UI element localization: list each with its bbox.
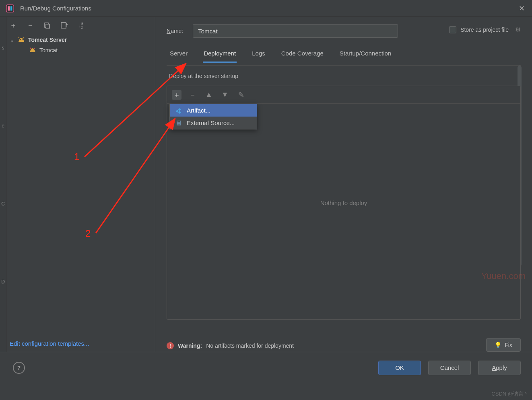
gutter-letter: D bbox=[1, 279, 5, 285]
right-panel: Name: Store as project file ⚙ Server Dep… bbox=[155, 17, 532, 352]
remove-config-button[interactable]: － bbox=[26, 21, 35, 30]
apply-button[interactable]: Apply bbox=[478, 361, 521, 375]
warning-label: Warning: bbox=[178, 343, 202, 349]
name-input[interactable] bbox=[193, 24, 398, 38]
fix-label: Fix bbox=[505, 342, 512, 348]
popup-item-label: Artifact... bbox=[187, 107, 210, 114]
svg-rect-2 bbox=[10, 6, 12, 10]
left-panel: s e C D ＋ － ↓az ⌄ bbox=[0, 17, 155, 352]
watermark: CSDN @讷言丶 bbox=[491, 390, 529, 398]
tree-item-tomcat[interactable]: Tomcat bbox=[29, 45, 155, 55]
tomcat-icon bbox=[18, 36, 25, 43]
deploy-box: ＋ － ▲ ▼ ✎ Artifact... bbox=[167, 86, 521, 320]
chevron-down-icon: ⌄ bbox=[10, 37, 14, 43]
add-config-button[interactable]: ＋ bbox=[9, 21, 18, 30]
left-gutter: s e C D bbox=[0, 17, 6, 352]
popup-item-artifact[interactable]: Artifact... bbox=[170, 104, 257, 117]
tab-code-coverage[interactable]: Code Coverage bbox=[280, 47, 324, 63]
gutter-letter: C bbox=[1, 201, 5, 207]
edit-templates-link[interactable]: Edit configuration templates... bbox=[10, 340, 89, 347]
deploy-edit-button[interactable]: ✎ bbox=[236, 90, 246, 100]
tree-item-label: Tomcat bbox=[39, 47, 58, 53]
gear-icon[interactable]: ⚙ bbox=[515, 26, 521, 33]
popup-item-label: External Source... bbox=[187, 119, 235, 126]
tabs: Server Deployment Logs Code Coverage Sta… bbox=[167, 45, 521, 63]
tab-logs[interactable]: Logs bbox=[251, 47, 266, 63]
store-label: Store as project file bbox=[460, 27, 509, 33]
ok-button[interactable]: OK bbox=[378, 361, 421, 375]
config-tree: ⌄ Tomcat Server Tomcat bbox=[0, 34, 155, 55]
deploy-toolbar: ＋ － ▲ ▼ ✎ bbox=[167, 86, 520, 104]
svg-point-7 bbox=[22, 39, 23, 40]
lightbulb-icon: 💡 bbox=[495, 342, 501, 348]
warning-row: ! Warning: No artifacts marked for deplo… bbox=[167, 342, 294, 349]
tab-content: Deploy at the server startup ＋ － ▲ ▼ ✎ bbox=[167, 65, 521, 320]
svg-rect-4 bbox=[46, 24, 49, 29]
svg-rect-12 bbox=[177, 121, 180, 122]
deploy-empty-text: Nothing to deploy bbox=[167, 199, 520, 206]
svg-rect-14 bbox=[177, 124, 180, 125]
window-title: Run/Debug Configurations bbox=[20, 5, 517, 12]
name-label: Name: bbox=[167, 28, 183, 34]
tree-group-label: Tomcat Server bbox=[28, 37, 67, 43]
svg-rect-9 bbox=[178, 108, 181, 111]
tomcat-icon bbox=[29, 47, 36, 54]
cancel-button[interactable]: Cancel bbox=[428, 361, 471, 375]
deploy-add-button[interactable]: ＋ bbox=[172, 90, 181, 100]
close-icon[interactable]: ✕ bbox=[517, 4, 526, 13]
left-toolbar: ＋ － ↓az bbox=[0, 18, 155, 34]
save-config-button[interactable] bbox=[60, 21, 68, 30]
help-button[interactable]: ? bbox=[13, 362, 25, 374]
deploy-up-button[interactable]: ▲ bbox=[204, 90, 214, 100]
tree-group-tomcat-server[interactable]: ⌄ Tomcat Server bbox=[10, 35, 155, 45]
store-checkbox[interactable] bbox=[449, 26, 456, 33]
svg-rect-8 bbox=[176, 109, 179, 112]
footer: ? OK Cancel Apply bbox=[0, 352, 532, 383]
warning-icon: ! bbox=[167, 342, 174, 349]
store-project-file-row: Store as project file ⚙ bbox=[449, 26, 521, 33]
add-popup-menu: Artifact... External Source... bbox=[169, 104, 257, 129]
svg-rect-10 bbox=[178, 111, 181, 113]
artifact-icon bbox=[175, 107, 182, 114]
fix-button[interactable]: 💡 Fix bbox=[486, 338, 521, 352]
deploy-section-label: Deploy at the server startup bbox=[167, 73, 521, 79]
external-source-icon bbox=[175, 120, 182, 126]
gutter-letter: s bbox=[2, 45, 4, 51]
sort-config-button[interactable]: ↓az bbox=[76, 21, 85, 30]
gutter-letter: e bbox=[2, 123, 4, 129]
warning-text: No artifacts marked for deployment bbox=[206, 343, 294, 349]
deploy-down-button[interactable]: ▼ bbox=[220, 90, 230, 100]
svg-point-6 bbox=[20, 39, 21, 40]
svg-rect-13 bbox=[177, 123, 180, 123]
copy-config-button[interactable] bbox=[43, 21, 52, 30]
deploy-remove-button[interactable]: － bbox=[188, 90, 198, 100]
svg-rect-0 bbox=[6, 4, 14, 12]
svg-rect-5 bbox=[61, 23, 66, 28]
popup-item-external-source[interactable]: External Source... bbox=[170, 117, 257, 129]
app-icon bbox=[6, 4, 14, 13]
tab-deployment[interactable]: Deployment bbox=[203, 47, 237, 63]
tab-startup-connection[interactable]: Startup/Connection bbox=[339, 47, 392, 63]
svg-rect-1 bbox=[8, 6, 10, 10]
tab-server[interactable]: Server bbox=[169, 47, 188, 63]
main-area: s e C D ＋ － ↓az ⌄ bbox=[0, 17, 532, 352]
titlebar: Run/Debug Configurations ✕ bbox=[0, 0, 532, 17]
